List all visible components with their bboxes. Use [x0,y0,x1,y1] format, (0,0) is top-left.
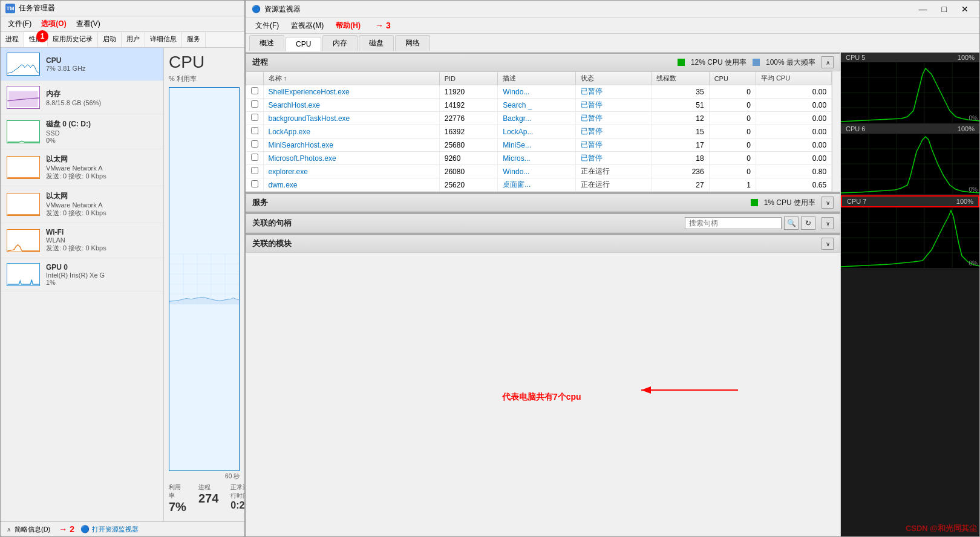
tab-performance[interactable]: 性能 [24,32,48,47]
tab-users[interactable]: 用户 [122,32,145,47]
row-cpu: 1 [709,178,756,192]
row-pid: 25680 [439,138,498,152]
row-desc: Search _ [498,99,576,112]
handles-refresh-btn[interactable]: ↻ [801,216,815,230]
row-threads: 12 [651,112,709,125]
sidebar-mem-info: 内存 8.8/15.8 GB (56%) [46,89,157,106]
table-row[interactable]: backgroundTaskHost.exe 22776 Backgr... 已… [246,112,832,125]
tab-app-history[interactable]: 应用历史记录 [48,32,98,47]
handles-search-btn[interactable]: 🔍 [784,216,799,230]
rm-menu-monitor[interactable]: 监视器(M) [286,19,328,32]
th-cpu[interactable]: CPU [709,72,756,85]
rm-title-left: 🔵 资源监视器 [252,4,301,15]
rm-maximize-btn[interactable]: □ [937,3,952,15]
row-cpu: 0 [709,99,756,112]
cpu-mini-chart [7,53,40,76]
sidebar-gpu-detail: Intel(R) Iris(R) Xe G [46,272,157,279]
tab-services[interactable]: 服务 [182,32,206,47]
processes-section-header[interactable]: 进程 12% CPU 使用率 100% 最大频率 ∧ [246,53,840,71]
row-checkbox[interactable] [246,165,264,178]
row-name: SearchHost.exe [263,99,439,112]
row-checkbox[interactable] [246,125,264,138]
open-resource-monitor-link[interactable]: 打开资源监视器 [92,525,139,534]
cpu6-canvas: 0% [841,134,979,194]
tab-process[interactable]: 进程 [1,32,24,47]
cpu-process-label: 进程 [198,483,218,492]
rm-close-btn[interactable]: ✕ [956,3,973,15]
row-cpu: 0 [709,125,756,138]
services-collapse-btn[interactable]: ∨ [822,197,834,209]
cpu6-header: CPU 6 100% [841,124,979,134]
th-name[interactable]: 名称 ↑ [263,72,439,85]
row-cpu: 0 [709,152,756,165]
sidebar-item-eth2[interactable]: 以太网 VMware Network A 发送: 0 接收: 0 Kbps [1,186,163,223]
table-row[interactable]: dwm.exe 25620 桌面窗... 正在运行 27 1 0.65 [246,178,832,192]
rm-menu-help[interactable]: 帮助(H) [331,19,365,32]
row-checkbox[interactable] [246,138,264,152]
sidebar-item-memory[interactable]: 内存 8.8/15.8 GB (56%) [1,81,163,114]
cpu-section-subtitle: % 利用率 [169,74,240,83]
row-threads: 27 [651,178,709,192]
row-checkbox[interactable] [246,99,264,112]
rm-tab-network[interactable]: 网络 [395,35,430,51]
rm-tab-disk[interactable]: 磁盘 [359,35,394,51]
tm-menu-view[interactable]: 查看(V) [73,18,104,30]
row-threads: 18 [651,152,709,165]
rm-tab-memory[interactable]: 内存 [322,35,358,51]
resource-monitor-window: 🔵 资源监视器 — □ ✕ 文件(F) 监视器(M) 帮助(H) → 3 概述 … [245,0,980,537]
expand-icon[interactable]: ∧ [7,526,11,533]
rm-tab-overview[interactable]: 概述 [249,35,284,51]
rm-tab-cpu[interactable]: CPU [286,37,321,51]
modules-collapse-btn[interactable]: ∨ [822,238,834,250]
handles-title: 关联的句柄 [252,218,292,229]
table-row[interactable]: explorer.exe 26080 Windo... 正在运行 236 0 0… [246,165,832,178]
processes-content: 名称 ↑ PID 描述 状态 线程数 CPU 平均 CPU [246,71,840,192]
handles-header-right: 🔍 ↻ ∨ [685,216,834,230]
tab-details[interactable]: 详细信息 [145,32,182,47]
th-pid[interactable]: PID [439,72,498,85]
services-section: 服务 1% CPU 使用率 ∨ [246,192,840,212]
row-status: 已暂停 [575,99,651,112]
services-section-header[interactable]: 服务 1% CPU 使用率 ∨ [246,193,840,212]
cpu-process-value: 274 [198,492,218,506]
th-threads[interactable]: 线程数 [651,72,709,85]
tm-menu-file[interactable]: 文件(F) [4,18,35,30]
sidebar-eth1-pct: 发送: 0 接收: 0 Kbps [46,172,157,181]
simple-info-label[interactable]: 简略信息(D) [15,525,50,534]
table-row[interactable]: LockApp.exe 16392 LockAp... 已暂停 15 0 0.0… [246,125,832,138]
tm-menu-options[interactable]: 选项(O) [38,18,70,30]
handles-collapse-btn[interactable]: ∨ [822,217,834,229]
processes-scrollbar[interactable] [832,71,840,192]
table-row[interactable]: ShellExperienceHost.exe 11920 Windo... 已… [246,85,832,99]
rm-menu-file[interactable]: 文件(F) [250,19,284,32]
row-checkbox[interactable] [246,178,264,192]
table-row[interactable]: Microsoft.Photos.exe 9260 Micros... 已暂停 … [246,152,832,165]
sidebar-item-wifi[interactable]: Wi-Fi WLAN 发送: 0 接收: 0 Kbps [1,223,163,258]
th-desc[interactable]: 描述 [498,72,576,85]
modules-section-header[interactable]: 关联的模块 ∨ [246,234,840,253]
sidebar-item-eth1[interactable]: 以太网 VMware Network A 发送: 0 接收: 0 Kbps [1,149,163,186]
table-row[interactable]: SearchHost.exe 14192 Search _ 已暂停 51 0 0… [246,99,832,112]
tab-startup[interactable]: 启动 [98,32,122,47]
th-avg-cpu[interactable]: 平均 CPU [756,72,831,85]
annotation-2: → 2 [59,524,74,534]
sidebar-item-disk[interactable]: 磁盘 0 (C: D:) SSD 0% [1,114,163,149]
row-checkbox[interactable] [246,85,264,99]
row-status: 已暂停 [575,152,651,165]
row-checkbox[interactable] [246,112,264,125]
table-row[interactable]: MiniSearchHost.exe 25680 MiniSe... 已暂停 1… [246,138,832,152]
handles-section-header[interactable]: 关联的句柄 🔍 ↻ ∨ [246,213,840,233]
sidebar-item-gpu[interactable]: GPU 0 Intel(R) Iris(R) Xe G 1% [1,258,163,291]
gpu-mini-chart [7,263,40,286]
sidebar-eth2-pct: 发送: 0 接收: 0 Kbps [46,209,157,218]
rm-minimize-btn[interactable]: — [914,3,932,15]
rm-title: 资源监视器 [264,4,301,15]
row-pid: 25620 [439,178,498,192]
services-title: 服务 [252,197,268,208]
handles-search-input[interactable] [685,217,782,229]
sidebar-item-cpu[interactable]: CPU 7% 3.81 GHz [1,48,163,81]
row-checkbox[interactable] [246,152,264,165]
row-name: MiniSearchHost.exe [263,138,439,152]
processes-collapse-btn[interactable]: ∧ [822,56,834,68]
th-status[interactable]: 状态 [575,72,651,85]
